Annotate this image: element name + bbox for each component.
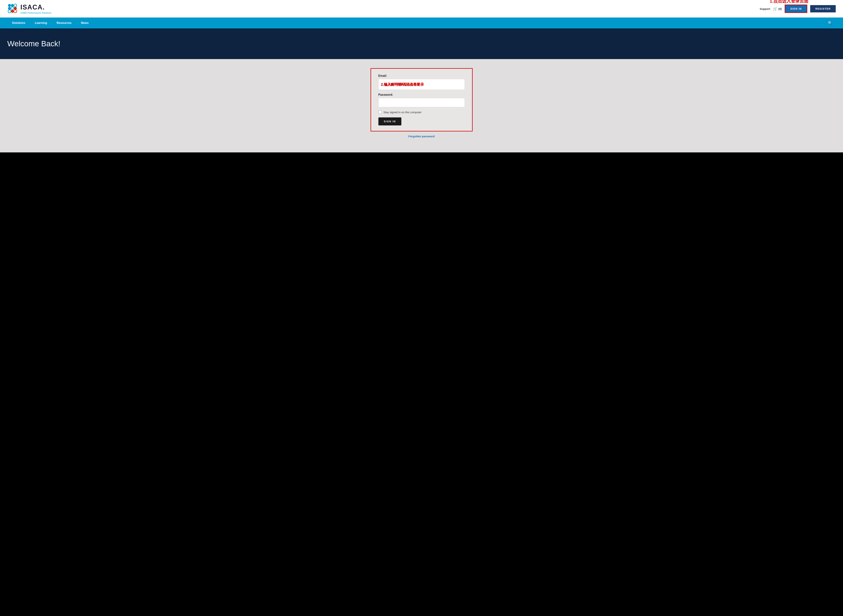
logo-text-area: ISACA. CMMI Performance Solutions <box>21 3 51 14</box>
nav-item-news[interactable]: News <box>76 18 93 28</box>
password-input[interactable] <box>378 98 465 107</box>
login-form-wrapper: Email: 2.输入账号密码后点击登录 Password: Stay sign… <box>371 68 473 131</box>
nav-bar: Solutions Learning Resources News 🔍 <box>0 18 843 28</box>
email-label: Email: <box>378 74 465 78</box>
svg-point-7 <box>11 10 14 13</box>
signin-header-button[interactable]: SIGN IN <box>785 4 808 13</box>
stay-signed-checkbox[interactable] <box>378 110 382 114</box>
nav-items: Solutions Learning Resources News <box>7 18 93 28</box>
svg-point-1 <box>11 4 14 7</box>
form-signin-button[interactable]: SIGN IN <box>378 117 401 125</box>
svg-point-5 <box>14 7 17 10</box>
password-label: Password: <box>378 93 465 97</box>
hero-section: Welcome Back! <box>0 28 843 59</box>
register-button[interactable]: REGISTER <box>810 5 836 12</box>
search-icon[interactable]: 🔍 <box>825 18 836 28</box>
hero-title: Welcome Back! <box>7 40 836 48</box>
svg-point-8 <box>14 10 17 13</box>
header-right: Support 🛒 (0) SIGN IN REGISTER <box>760 4 836 13</box>
svg-point-6 <box>8 10 11 13</box>
logo-area: ISACA. CMMI Performance Solutions <box>7 3 51 14</box>
email-input[interactable] <box>378 79 465 90</box>
cart-area[interactable]: 🛒 (0) <box>773 7 781 11</box>
logo-subtitle: CMMI Performance Solutions <box>21 12 51 14</box>
forgotten-password-link[interactable]: Forgotten password <box>408 135 434 138</box>
svg-point-2 <box>14 4 17 7</box>
content-area: Email: 2.输入账号密码后点击登录 Password: Stay sign… <box>0 59 843 153</box>
nav-item-resources[interactable]: Resources <box>52 18 76 28</box>
support-link[interactable]: Support <box>760 7 770 10</box>
isaca-logo-icon <box>7 3 18 14</box>
svg-point-4 <box>11 7 14 10</box>
cart-count: (0) <box>778 7 781 10</box>
nav-item-learning[interactable]: Learning <box>30 18 52 28</box>
svg-point-3 <box>8 7 11 10</box>
stay-signed-row: Stay signed in on this computer <box>378 110 465 114</box>
nav-item-solutions[interactable]: Solutions <box>7 18 30 28</box>
svg-point-0 <box>8 4 11 7</box>
logo-isaca-text: ISACA. <box>21 3 51 11</box>
step1-annotation: 1.点击进入登录页面 <box>770 0 808 4</box>
cart-icon: 🛒 <box>773 7 777 11</box>
email-input-wrapper: 2.输入账号密码后点击登录 <box>378 79 465 90</box>
stay-signed-label: Stay signed in on this computer <box>384 111 422 114</box>
